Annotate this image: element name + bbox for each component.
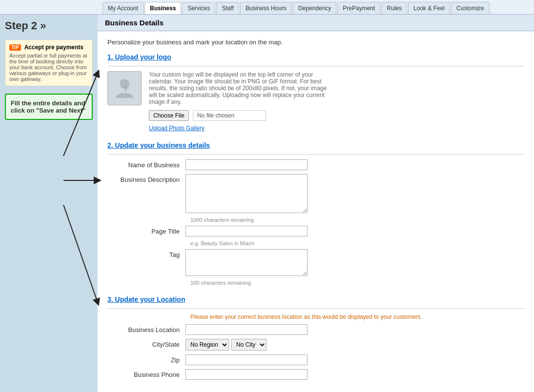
tab-business[interactable]: Business — [144, 2, 181, 14]
business-description-input[interactable] — [185, 174, 308, 213]
business-phone-row: Business Phone — [107, 369, 524, 380]
location-section: 3. Update your Location Please enter you… — [107, 295, 524, 380]
zip-input[interactable] — [185, 354, 308, 365]
business-description-row: Business Description — [107, 174, 524, 213]
city-state-row: City/State No Region No City — [107, 339, 524, 351]
description-hint: 1000 characters remaining — [190, 217, 524, 223]
zip-label: Zip — [107, 354, 185, 364]
svg-line-2 — [63, 205, 98, 302]
business-description-label: Business Description — [107, 174, 185, 183]
tag-label: Tag — [107, 249, 185, 258]
divider-1 — [107, 66, 524, 66]
file-input-row: Choose File No file chosen — [149, 110, 334, 121]
divider-2 — [107, 154, 524, 155]
name-of-business-label: Name of Business — [107, 159, 185, 169]
name-of-business-row: Name of Business — [107, 159, 524, 170]
business-details-title: 2. Update your business details — [107, 141, 524, 149]
upload-gallery-link[interactable]: Upload Photo Gallery — [149, 125, 334, 132]
upload-area: ? Your custom logo will be displayed on … — [107, 71, 524, 132]
instruction-box: Fill the entire details and click on "Sa… — [5, 94, 93, 120]
section-header: Business Details — [98, 15, 534, 31]
tab-business-hours[interactable]: Business Hours — [240, 2, 292, 14]
tab-look-feel[interactable]: Look & Feel — [408, 2, 450, 14]
tab-prepayment[interactable]: PrePayment — [337, 2, 380, 14]
tip-label: TIP — [9, 44, 21, 51]
tab-customize[interactable]: Customize — [451, 2, 490, 14]
tip-title: Accept pre payments — [24, 44, 83, 51]
divider-3 — [107, 308, 524, 309]
name-of-business-input[interactable] — [185, 159, 308, 170]
business-phone-input[interactable] — [185, 369, 308, 380]
svg-text:?: ? — [123, 86, 127, 94]
tab-dependency[interactable]: Dependency — [293, 2, 336, 14]
top-navigation: My Account Business Services Staff Busin… — [0, 0, 534, 15]
zip-row: Zip — [107, 354, 524, 365]
business-location-input[interactable] — [185, 324, 308, 335]
tag-input[interactable] — [185, 249, 308, 276]
city-select[interactable]: No City — [231, 339, 267, 351]
avatar-placeholder: ? — [107, 71, 142, 105]
upload-right: Your custom logo will be displayed on th… — [149, 71, 334, 132]
tag-hint: 100 characters remaining — [190, 280, 524, 286]
upload-info-text: Your custom logo will be displayed on th… — [149, 71, 334, 105]
city-state-label: City/State — [107, 339, 185, 348]
tab-services[interactable]: Services — [182, 2, 215, 14]
page-title-row: Page Title — [107, 226, 524, 236]
tab-rules[interactable]: Rules — [381, 2, 407, 14]
business-location-row: Business Location — [107, 324, 524, 335]
upload-logo-title: 1. Upload your logo — [107, 53, 524, 61]
page-title-input[interactable] — [185, 226, 308, 236]
tip-box: TIP Accept pre payments Accept partial o… — [5, 39, 93, 86]
business-location-label: Business Location — [107, 324, 185, 333]
page-title-hint: e.g. Beauty Salon in Miami — [190, 240, 524, 246]
location-title: 3. Update your Location — [107, 295, 524, 303]
business-phone-label: Business Phone — [107, 369, 185, 378]
intro-text: Personalize your business and mark your … — [107, 39, 524, 46]
person-icon: ? — [115, 78, 134, 99]
file-name-display: No file chosen — [193, 110, 266, 121]
step-header: Step 2 » — [5, 20, 93, 32]
tag-row: Tag — [107, 249, 524, 276]
region-select[interactable]: No Region — [185, 339, 229, 351]
page-title-label: Page Title — [107, 226, 185, 235]
upload-logo-section: 1. Upload your logo ? Your custom logo w… — [107, 53, 524, 132]
choose-file-button[interactable]: Choose File — [149, 110, 189, 121]
tip-text: Accept partial or full payments at the t… — [9, 53, 88, 82]
location-warning: Please enter your correct business locat… — [190, 314, 524, 320]
main-content: Business Details Personalize your busine… — [98, 15, 534, 392]
tab-my-account[interactable]: My Account — [103, 2, 144, 14]
sidebar: Step 2 » TIP Accept pre payments Accept … — [0, 15, 98, 392]
business-details-section: 2. Update your business details Name of … — [107, 141, 524, 286]
tab-staff[interactable]: Staff — [216, 2, 239, 14]
city-state-selects: No Region No City — [185, 339, 267, 351]
